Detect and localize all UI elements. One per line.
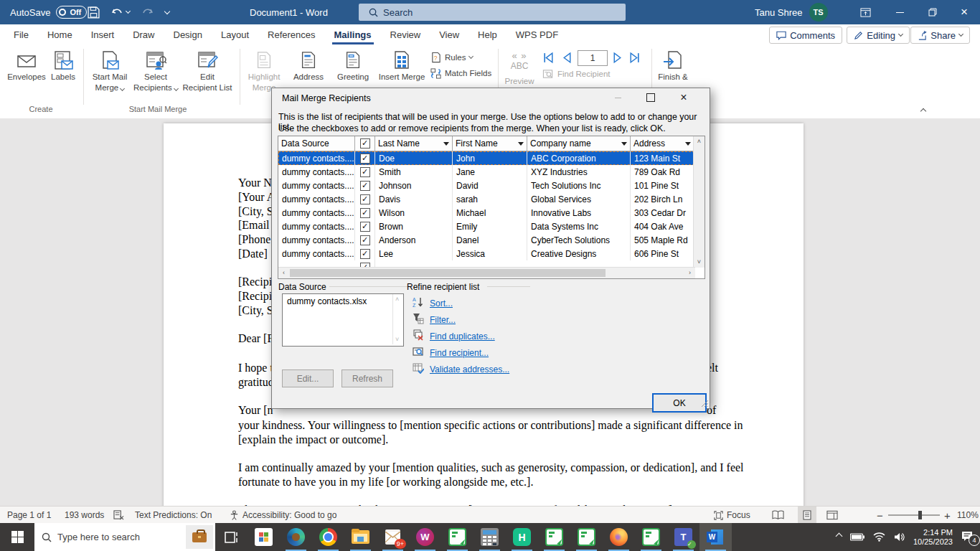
recipient-row[interactable]: dummy contacts....✓AndersonDanelCyberTec…: [278, 233, 694, 247]
editing-button[interactable]: Editing: [847, 27, 910, 44]
column-header-first-name[interactable]: First Name: [453, 136, 527, 151]
sheets-green-icon[interactable]: [538, 523, 570, 551]
scrollbar-thumb[interactable]: [290, 269, 606, 277]
cell-source[interactable]: dummy contacts....: [278, 247, 355, 260]
autosave-toggle[interactable]: Off: [56, 6, 87, 19]
recipient-checkbox[interactable]: ✓: [360, 194, 370, 204]
accessibility-status[interactable]: Accessibility: Good to go: [230, 507, 336, 524]
address-block-button[interactable]: Address: [287, 50, 330, 83]
find-duplicates-link[interactable]: Find duplicates...: [413, 329, 495, 343]
sort-dropdown-icon[interactable]: [518, 142, 524, 146]
envelopes-button[interactable]: Envelopes: [7, 50, 46, 83]
cell-last[interactable]: Anderson: [375, 233, 453, 247]
tab-help[interactable]: Help: [468, 24, 507, 44]
cell-last[interactable]: Smith: [375, 165, 453, 179]
cell-company[interactable]: Global Services: [527, 192, 631, 206]
tab-wps-pdf[interactable]: WPS PDF: [507, 24, 567, 44]
recipient-row[interactable]: dummy contacts....✓LeeJessicaCreative De…: [278, 247, 694, 260]
find-recipient-link[interactable]: Find recipient...: [413, 346, 489, 359]
tab-design[interactable]: Design: [164, 24, 212, 44]
dialog-titlebar[interactable]: Mail Merge Recipients ×: [272, 88, 710, 108]
dialog-minimize-button[interactable]: [603, 88, 632, 107]
column-header-last-name[interactable]: Last Name: [375, 136, 453, 151]
recipient-checkbox[interactable]: ✓: [360, 181, 370, 191]
cell-company[interactable]: CyberTech Solutions: [527, 233, 631, 247]
wps-icon[interactable]: W: [409, 523, 441, 551]
save-icon[interactable]: [88, 0, 100, 24]
cell-company[interactable]: Innovative Labs: [527, 206, 631, 220]
cell-address[interactable]: 101 Pine St: [631, 179, 694, 192]
highlight-merge-fields-button[interactable]: Highlight Merge: [244, 50, 284, 93]
cell-company[interactable]: Tech Solutions Inc: [527, 179, 631, 192]
web-layout-icon[interactable]: [826, 507, 838, 524]
cell-source[interactable]: dummy contacts....: [278, 179, 355, 192]
tab-insert[interactable]: Insert: [82, 24, 124, 44]
start-mail-merge-button[interactable]: Start Mail Merge: [88, 50, 132, 93]
tab-references[interactable]: References: [258, 24, 324, 44]
recipient-row[interactable]: dummy contacts....✓DavissarahGlobal Serv…: [278, 192, 694, 206]
page-count[interactable]: Page 1 of 1: [7, 507, 51, 524]
zoom-percentage[interactable]: 110%: [957, 507, 979, 524]
sheets-green-icon[interactable]: [441, 523, 473, 551]
battery-icon[interactable]: [850, 533, 864, 541]
previous-record-icon[interactable]: [561, 52, 573, 67]
chrome-icon[interactable]: [312, 523, 344, 551]
edit-recipient-list-button[interactable]: Edit Recipient List: [179, 50, 235, 93]
cell-last[interactable]: Davis: [375, 192, 453, 206]
tab-layout[interactable]: Layout: [212, 24, 258, 44]
recipient-checkbox[interactable]: ✓: [360, 249, 370, 259]
undo-icon[interactable]: [111, 0, 130, 24]
scroll-up-icon[interactable]: ˄: [694, 136, 705, 147]
data-source-file[interactable]: dummy contacts.xlsx: [283, 294, 403, 309]
recipient-row[interactable]: dummy contacts....✓SmithJaneXYZ Industri…: [278, 165, 694, 179]
recipient-checkbox-cell[interactable]: ✓: [355, 220, 375, 233]
zoom-out-button[interactable]: −: [877, 507, 883, 524]
record-number-field[interactable]: 1: [578, 50, 608, 66]
sort-dropdown-icon[interactable]: [443, 142, 449, 146]
cell-source[interactable]: dummy contacts....: [278, 233, 355, 247]
clock[interactable]: 2:14 PM 10/25/2023: [913, 528, 953, 547]
rules-button[interactable]: ? Rules: [430, 52, 473, 63]
cell-address[interactable]: 123 Main St: [631, 151, 694, 165]
notification-center-icon[interactable]: 4: [961, 531, 974, 544]
find-duplicates-label[interactable]: Find duplicates...: [430, 331, 495, 342]
scroll-left-icon[interactable]: ‹: [278, 268, 289, 278]
quick-access-chevron-icon[interactable]: [165, 0, 169, 24]
briefcase-icon[interactable]: [186, 525, 213, 549]
recipient-checkbox-cell[interactable]: ✓: [355, 165, 375, 179]
firefox-icon[interactable]: [603, 523, 635, 551]
column-header-company[interactable]: Company name: [527, 136, 631, 151]
mail-icon[interactable]: 9+: [377, 523, 409, 551]
ok-button[interactable]: OK: [652, 393, 707, 413]
avatar[interactable]: TS: [809, 3, 828, 22]
cell-company[interactable]: Creative Designs: [527, 247, 631, 260]
share-button[interactable]: Share: [910, 27, 970, 44]
listbox-scrollbar[interactable]: ˄˅: [392, 294, 403, 344]
tray-expand-icon[interactable]: [835, 532, 842, 540]
validate-addresses-link[interactable]: Validate addresses...: [413, 362, 509, 376]
column-header-address[interactable]: Address: [631, 136, 694, 151]
zoom-in-button[interactable]: +: [944, 507, 951, 524]
table-vertical-scrollbar[interactable]: ˄ ˅: [693, 136, 705, 268]
recipient-row-partial[interactable]: ✓: [278, 260, 694, 267]
cell-source[interactable]: dummy contacts....: [278, 165, 355, 179]
cell-first[interactable]: Jane: [453, 165, 527, 179]
print-layout-icon[interactable]: [798, 507, 816, 524]
cell-last[interactable]: Doe: [375, 151, 453, 165]
cell-first[interactable]: Jessica: [453, 247, 527, 260]
table-horizontal-scrollbar[interactable]: ‹ ›: [278, 267, 695, 278]
refresh-button[interactable]: Refresh: [341, 369, 393, 387]
search-box[interactable]: Search: [359, 4, 626, 21]
preview-results-button[interactable]: « » ABC Preview: [502, 50, 537, 87]
column-header-checkbox[interactable]: ✓: [355, 136, 375, 151]
word-count[interactable]: 193 words: [65, 507, 104, 524]
calculator-icon[interactable]: [473, 523, 506, 551]
cell-first[interactable]: Danel: [453, 233, 527, 247]
h-app-icon[interactable]: H: [506, 523, 538, 551]
cell-source[interactable]: dummy contacts....: [278, 192, 355, 206]
data-source-listbox[interactable]: dummy contacts.xlsx ˄˅: [282, 293, 404, 347]
volume-icon[interactable]: [894, 532, 905, 542]
cell-first[interactable]: Michael: [453, 206, 527, 220]
recipient-checkbox[interactable]: ✓: [360, 167, 370, 177]
cell-address[interactable]: 606 Pine St: [631, 247, 694, 260]
